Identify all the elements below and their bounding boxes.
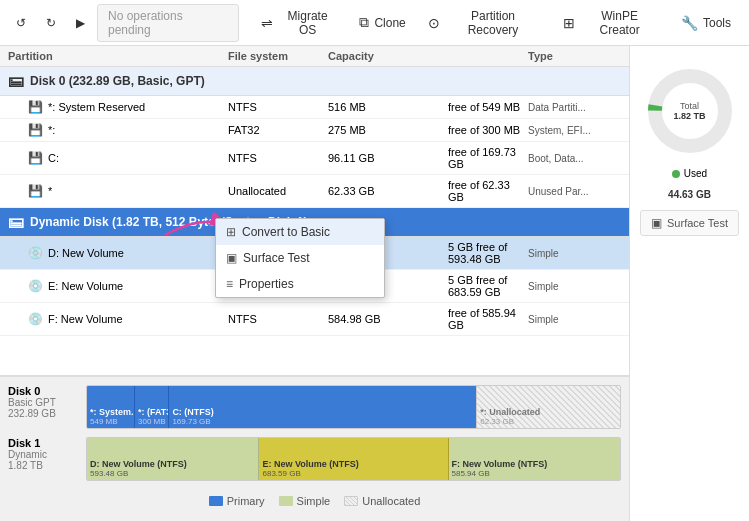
disk0-bar[interactable]: *: System... 549 MB *: (FAT32) 300 MB C:…: [86, 385, 621, 429]
disk1-seg-e[interactable]: E: New Volume (NTFS) 683.59 GB: [259, 438, 448, 480]
donut-chart: Total 1.82 TB: [645, 66, 735, 156]
used-legend: Used: [672, 168, 707, 179]
convert-icon: ⊞: [226, 225, 236, 239]
legend-primary-box: [209, 496, 223, 506]
partition-name-fat32: 💾 *:: [8, 123, 228, 137]
properties-icon: ≡: [226, 277, 233, 291]
legend-simple-label: Simple: [297, 495, 331, 507]
disk1-num: Disk 1: [8, 437, 78, 449]
total-inner-label: Total: [673, 101, 705, 111]
partition-recovery-label: Partition Recovery: [445, 9, 541, 37]
total-inner-value: 1.82 TB: [673, 111, 705, 121]
winpe-icon: ⊞: [563, 15, 575, 31]
partition-name-unalloc: 💾 *: [8, 184, 228, 198]
partition-recovery-icon: ⊙: [428, 15, 440, 31]
migrate-os-button[interactable]: ⇌ Migrate OS: [251, 3, 348, 43]
used-label: Used: [684, 168, 707, 179]
table-row[interactable]: 💾 *: FAT32 275 MB free of 300 MB System,…: [0, 119, 629, 142]
disk0-seg-ntfs[interactable]: C: (NTFS) 169.73 GB: [168, 386, 476, 428]
partition-icon: 💿: [28, 312, 43, 326]
col-free: [448, 50, 528, 62]
surface-test-button[interactable]: ▣ Surface Test: [640, 210, 739, 236]
legend-unalloc-box: [344, 496, 358, 506]
tools-icon: 🔧: [681, 15, 698, 31]
partition-recovery-button[interactable]: ⊙ Partition Recovery: [418, 3, 551, 43]
disk1-type: Dynamic: [8, 449, 78, 460]
surface-icon: ▣: [226, 251, 237, 265]
col-type: Type: [528, 50, 621, 62]
disk1-visual-label: Disk 1 Dynamic 1.82 TB: [8, 437, 78, 471]
no-operations-label: No operations pending: [97, 4, 239, 42]
partition-icon: 💾: [28, 151, 43, 165]
legend-unallocated: Unallocated: [344, 495, 420, 507]
tools-button[interactable]: 🔧 Tools: [671, 9, 741, 37]
disk0-seg-unalloc[interactable]: *: Unallocated 62.33 GB: [476, 386, 620, 428]
context-menu-item-properties[interactable]: ≡ Properties: [216, 271, 384, 297]
migrate-os-label: Migrate OS: [278, 9, 338, 37]
legend-primary-label: Primary: [227, 495, 265, 507]
context-menu: ⊞ Convert to Basic ▣ Surface Test ≡ Prop…: [215, 218, 385, 298]
toolbar: ↺ ↻ ▶ No operations pending ⇌ Migrate OS…: [0, 0, 749, 46]
disk0-seg-system[interactable]: *: System... 549 MB: [87, 386, 134, 428]
context-menu-properties-label: Properties: [239, 277, 294, 291]
partition-table[interactable]: Partition File system Capacity Type 🖴 Di…: [0, 46, 629, 375]
surface-test-icon: ▣: [651, 216, 662, 230]
col-partition: Partition: [8, 50, 228, 62]
legend-primary: Primary: [209, 495, 265, 507]
disk0-seg-fat32[interactable]: *: (FAT32) 300 MB: [134, 386, 168, 428]
context-menu-item-convert[interactable]: ⊞ Convert to Basic: [216, 219, 384, 245]
redo-button[interactable]: ↻: [38, 12, 64, 34]
disk1-visual-row: Disk 1 Dynamic 1.82 TB D: New Volume (NT…: [8, 437, 621, 481]
partition-name-c: 💾 C:: [8, 151, 228, 165]
disk0-header[interactable]: 🖴 Disk 0 (232.89 GB, Basic, GPT): [0, 67, 629, 96]
col-capacity: Capacity: [328, 50, 448, 62]
undo-icon: ↺: [16, 16, 26, 30]
winpe-creator-button[interactable]: ⊞ WinPE Creator: [553, 3, 669, 43]
table-header: Partition File system Capacity Type: [0, 46, 629, 67]
disk0-hdd-icon: 🖴: [8, 72, 24, 90]
clone-label: Clone: [374, 16, 405, 30]
tools-label: Tools: [703, 16, 731, 30]
context-menu-convert-label: Convert to Basic: [242, 225, 330, 239]
table-row[interactable]: 💾 * Unallocated 62.33 GB free of 62.33 G…: [0, 175, 629, 208]
disk1-bar[interactable]: D: New Volume (NTFS) 593.48 GB E: New Vo…: [86, 437, 621, 481]
disk0-header-label: Disk 0 (232.89 GB, Basic, GPT): [30, 74, 205, 88]
disk0-type: Basic GPT: [8, 397, 78, 408]
used-value: 44.63 GB: [668, 189, 711, 200]
disk1-hdd-icon: 🖴: [8, 213, 24, 231]
col-filesystem: File system: [228, 50, 328, 62]
toolbar-right: ⇌ Migrate OS ⧉ Clone ⊙ Partition Recover…: [251, 3, 741, 43]
partition-icon: 💾: [28, 123, 43, 137]
play-button[interactable]: ▶: [68, 12, 93, 34]
legend-simple-box: [279, 496, 293, 506]
right-panel: Total 1.82 TB Used 44.63 GB ▣ Surface Te…: [629, 46, 749, 521]
partition-name-f: 💿 F: New Volume: [8, 312, 228, 326]
disk0-size: 232.89 GB: [8, 408, 78, 419]
clone-icon: ⧉: [359, 14, 369, 31]
disk0-visual-label: Disk 0 Basic GPT 232.89 GB: [8, 385, 78, 419]
redo-icon: ↻: [46, 16, 56, 30]
table-row[interactable]: 💿 F: New Volume NTFS 584.98 GB free of 5…: [0, 303, 629, 336]
migrate-os-icon: ⇌: [261, 15, 273, 31]
disk1-seg-f[interactable]: F: New Volume (NTFS) 585.94 GB: [449, 438, 620, 480]
partition-name-e: 💿 E: New Volume: [8, 279, 228, 293]
disk0-visual-row: Disk 0 Basic GPT 232.89 GB *: System... …: [8, 385, 621, 429]
legend-simple: Simple: [279, 495, 331, 507]
undo-button[interactable]: ↺: [8, 12, 34, 34]
partition-name-d: 💿 D: New Volume: [8, 246, 228, 260]
disk1-seg-d[interactable]: D: New Volume (NTFS) 593.48 GB: [87, 438, 259, 480]
context-menu-item-surface[interactable]: ▣ Surface Test: [216, 245, 384, 271]
partition-icon: 💿: [28, 279, 43, 293]
legend-unalloc-label: Unallocated: [362, 495, 420, 507]
clone-button[interactable]: ⧉ Clone: [349, 8, 415, 37]
disk0-num: Disk 0: [8, 385, 78, 397]
surface-test-label: Surface Test: [667, 217, 728, 229]
winpe-label: WinPE Creator: [580, 9, 659, 37]
partition-icon: 💾: [28, 184, 43, 198]
context-menu-surface-label: Surface Test: [243, 251, 309, 265]
table-row[interactable]: 💾 C: NTFS 96.11 GB free of 169.73 GB Boo…: [0, 142, 629, 175]
partition-name-sys-reserved: 💾 *: System Reserved: [8, 100, 228, 114]
play-icon: ▶: [76, 16, 85, 30]
disk1-size: 1.82 TB: [8, 460, 78, 471]
table-row[interactable]: 💾 *: System Reserved NTFS 516 MB free of…: [0, 96, 629, 119]
